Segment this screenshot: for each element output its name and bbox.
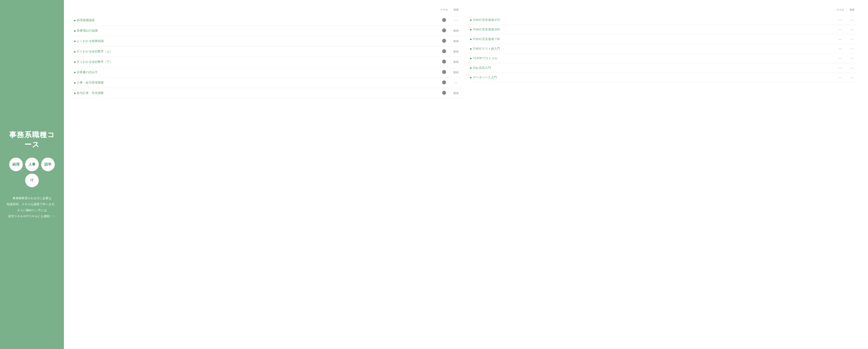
bullet-6: ■ — [74, 71, 75, 74]
dot-6 — [442, 70, 446, 74]
right-course-row-2: ■ TOEIC完全達成 650 — — — [470, 25, 858, 34]
bullet-1: ■ — [74, 19, 75, 22]
course-title-6: 決算書の読み方 — [77, 70, 98, 74]
right-course-name-2: ■ TOEIC完全達成 650 — [470, 28, 834, 31]
right-course-name-1: ■ TOEIC完全達成 470 — [470, 18, 834, 22]
right-cell-3-screen: — — [846, 37, 858, 41]
right-course-name-3: ■ TOEIC完全達成 730 — [470, 37, 834, 41]
dot-7 — [442, 80, 446, 84]
right-course-column: スマホ 画面 ■ TOEIC完全達成 470 — — ■ TOEIC完全達成 6… — [470, 8, 858, 341]
right-course-row-3: ■ TOEIC完全達成 730 — — — [470, 34, 858, 44]
course-name-8: ■ 給与計算・年末調整 — [74, 91, 438, 95]
course-name-1: ■ 経理基礎講座 — [74, 19, 438, 22]
main-title: 事務系職種コース — [6, 130, 58, 150]
right-course-title-3: TOEIC完全達成 730 — [473, 37, 500, 41]
left-course-column: スマホ 画面 ■ 経理基礎講座 — ■ 実務簿記の知識 動画 — [74, 8, 462, 341]
bullet-8: ■ — [74, 92, 75, 95]
course-name-7: ■ 人事・給与管理基礎 — [74, 81, 438, 85]
cell-6-smartphone — [438, 70, 450, 75]
right-course-row-4: ■ TOEICテスト超入門 — — — [470, 44, 858, 54]
cell-6-screen: 動画 — [450, 70, 462, 74]
right-bullet-4: ■ — [470, 47, 472, 50]
right-cell-7-screen: — — [846, 76, 858, 79]
right-cell-1-smartphone: — — [834, 18, 846, 22]
tag-keiri: 経理 — [9, 157, 23, 171]
tag-jinji: 人事 — [25, 157, 39, 171]
cell-7-screen: — — [450, 81, 462, 85]
tag-it: IT — [25, 174, 39, 187]
course-title-5: すぐわかる会社数学（下） — [77, 60, 113, 64]
course-table: スマホ 画面 ■ 経理基礎講座 — ■ 実務簿記の知識 動画 — [74, 8, 858, 341]
right-header-row: スマホ 画面 — [470, 8, 858, 13]
course-name-5: ■ すぐわかる会社数学（下） — [74, 60, 438, 64]
dot-5 — [442, 60, 446, 64]
right-bullet-1: ■ — [470, 19, 472, 22]
left-header-row: スマホ 画面 — [74, 8, 462, 13]
column-divider — [462, 8, 470, 341]
course-row-7: ■ 人事・給与管理基礎 — — [74, 78, 462, 88]
course-title-4: すぐわかる会社数学（上） — [77, 50, 113, 53]
right-panel: スマホ 画面 ■ 経理基礎講座 — ■ 実務簿記の知識 動画 — [64, 0, 868, 349]
dot-4 — [442, 49, 446, 53]
dot-8 — [442, 91, 446, 95]
dot-2 — [442, 28, 446, 32]
right-course-title-6: SQL言語入門 — [473, 66, 491, 70]
right-screen-header: 画面 — [846, 8, 858, 11]
bullet-5: ■ — [74, 60, 75, 64]
desc-line-2: 知識習得、スキルを講座で学べます。 — [7, 201, 58, 207]
cell-7-smartphone — [438, 80, 450, 85]
course-title-7: 人事・給与管理基礎 — [77, 81, 104, 85]
description: 事務職希望される方に必要な 知識習得、スキルを講座で学べます。 さらに極めたい方… — [7, 195, 58, 219]
tag-gogaku: 語学 — [41, 157, 55, 171]
course-row-6: ■ 決算書の読み方 動画 — [74, 67, 462, 78]
dot-3 — [442, 39, 446, 43]
cell-5-smartphone — [438, 60, 450, 64]
course-row-8: ■ 給与計算・年末調整 動画 — [74, 88, 462, 98]
course-name-4: ■ すぐわかる会社数学（上） — [74, 50, 438, 53]
category-tags: 経理 人事 語学 IT — [6, 157, 58, 187]
cell-1-screen: — — [450, 19, 462, 22]
cell-3-smartphone — [438, 39, 450, 43]
course-row-2: ■ 実務簿記の知識 動画 — [74, 26, 462, 36]
right-course-title-2: TOEIC完全達成 650 — [473, 28, 500, 31]
bullet-3: ■ — [74, 39, 75, 43]
right-bullet-6: ■ — [470, 66, 472, 69]
right-bullet-5: ■ — [470, 57, 472, 60]
course-row-5: ■ すぐわかる会社数学（下） 動画 — [74, 57, 462, 67]
bullet-2: ■ — [74, 29, 75, 32]
right-course-row-5: ■ TCP/IPプロトコル — — — [470, 54, 858, 63]
left-panel: 事務系職種コース 経理 人事 語学 IT 事務職希望される方に必要な 知識習得、… — [0, 0, 64, 349]
cell-8-screen: 動画 — [450, 91, 462, 95]
right-course-name-4: ■ TOEICテスト超入門 — [470, 47, 834, 51]
bullet-4: ■ — [74, 50, 75, 53]
left-screen-header: 画面 — [450, 8, 462, 11]
course-title-2: 実務簿記の知識 — [77, 29, 98, 33]
right-bullet-3: ■ — [470, 38, 472, 41]
course-title-8: 給与計算・年末調整 — [77, 91, 104, 95]
course-name-6: ■ 決算書の読み方 — [74, 70, 438, 74]
right-cell-4-smartphone: — — [834, 47, 846, 51]
right-cell-7-smartphone: — — [834, 76, 846, 79]
right-smartphone-header: スマホ — [834, 8, 846, 11]
right-cell-2-screen: — — [846, 28, 858, 31]
cell-2-smartphone — [438, 28, 450, 33]
right-course-title-7: データベース入門 — [473, 76, 497, 79]
course-row-3: ■ よくわかる税務知識 動画 — [74, 36, 462, 47]
right-cell-6-screen: — — [846, 66, 858, 70]
left-smartphone-header: スマホ — [438, 8, 450, 11]
course-name-3: ■ よくわかる税務知識 — [74, 39, 438, 43]
course-title-3: よくわかる税務知識 — [77, 39, 104, 43]
course-name-2: ■ 実務簿記の知識 — [74, 29, 438, 33]
dot-1 — [442, 18, 446, 22]
right-course-name-7: ■ データベース入門 — [470, 76, 834, 79]
right-bullet-2: ■ — [470, 28, 472, 31]
cell-5-screen: 動画 — [450, 60, 462, 64]
right-cell-1-screen: — — [846, 18, 858, 22]
right-course-title-1: TOEIC完全達成 470 — [473, 18, 500, 22]
right-cell-5-smartphone: — — [834, 57, 846, 60]
desc-line-3: さらに極めたい方には — [7, 207, 58, 213]
right-course-row-1: ■ TOEIC完全達成 470 — — — [470, 15, 858, 25]
cell-4-screen: 動画 — [450, 50, 462, 53]
course-row-1: ■ 経理基礎講座 — — [74, 15, 462, 26]
right-cell-2-smartphone: — — [834, 28, 846, 31]
